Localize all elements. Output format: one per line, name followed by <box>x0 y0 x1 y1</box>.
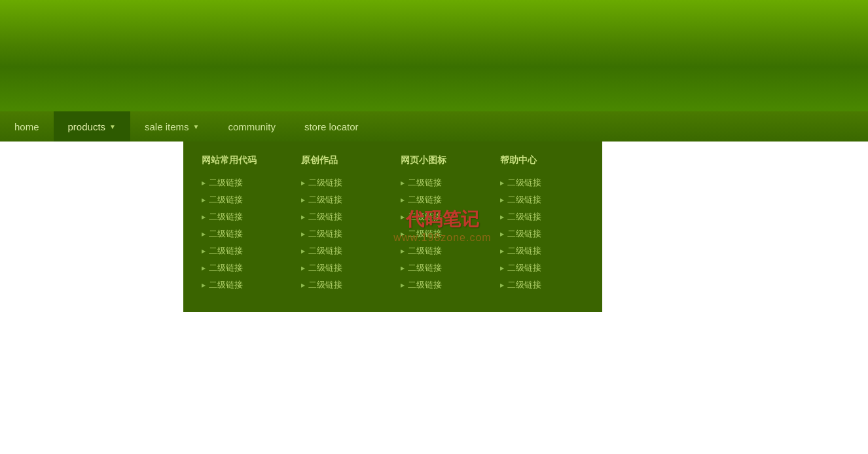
header-banner <box>0 0 868 111</box>
list-item[interactable]: 二级链接 <box>202 245 285 257</box>
nav-item-store-locator[interactable]: store locator <box>290 111 373 142</box>
nav-item-home[interactable]: home <box>0 111 54 142</box>
list-item[interactable]: 二级链接 <box>500 211 584 223</box>
nav-label-products: products <box>68 121 106 132</box>
nav-label-sale-items: sale items <box>145 121 189 132</box>
nav-item-sale-items[interactable]: sale items ▼ <box>130 111 213 142</box>
nav-label-community: community <box>228 121 276 132</box>
list-item[interactable]: 二级链接 <box>301 194 385 206</box>
navbar: home products ▼ sale items ▼ community s… <box>0 111 868 142</box>
list-item[interactable]: 二级链接 <box>401 177 484 189</box>
list-item[interactable]: 二级链接 <box>401 279 484 291</box>
list-item[interactable]: 二级链接 <box>401 228 484 240</box>
mega-col-title-1: 网站常用代码 <box>202 155 285 168</box>
list-item[interactable]: 二级链接 <box>301 279 385 291</box>
mega-col-3: 网页小图标 二级链接 二级链接 二级链接 二级链接 二级链接 二级链接 二级链接… <box>393 155 492 296</box>
mega-col-title-4: 帮助中心 <box>500 155 584 168</box>
mega-col-1: 网站常用代码 二级链接 二级链接 二级链接 二级链接 二级链接 二级链接 二级链… <box>194 155 293 296</box>
mega-col-4: 帮助中心 二级链接 二级链接 二级链接 二级链接 二级链接 二级链接 二级链接 <box>492 155 592 296</box>
list-item[interactable]: 二级链接 <box>202 177 285 189</box>
list-item[interactable]: 二级链接 <box>500 228 584 240</box>
sale-items-arrow-icon: ▼ <box>193 123 200 130</box>
nav-label-home: home <box>14 121 39 132</box>
list-item[interactable]: 二级链接 <box>500 177 584 189</box>
list-item[interactable]: 二级链接 <box>202 279 285 291</box>
list-item[interactable]: 二级链接 <box>202 262 285 274</box>
nav-label-store-locator: store locator <box>304 121 359 132</box>
list-item[interactable]: 二级链接 <box>202 211 285 223</box>
list-item[interactable]: 二级链接 <box>500 279 584 291</box>
list-item[interactable]: 二级链接 <box>301 262 385 274</box>
mega-col-title-3: 网页小图标 <box>401 155 484 168</box>
products-arrow-icon: ▼ <box>109 123 116 130</box>
list-item[interactable]: 二级链接 <box>401 194 484 206</box>
nav-item-community[interactable]: community <box>213 111 290 142</box>
mega-menu: 网站常用代码 二级链接 二级链接 二级链接 二级链接 二级链接 二级链接 二级链… <box>183 142 602 312</box>
list-item[interactable]: 二级链接 <box>202 194 285 206</box>
list-item[interactable]: 二级链接 <box>301 211 385 223</box>
mega-col-2: 原创作品 二级链接 二级链接 二级链接 二级链接 二级链接 二级链接 二级链接 <box>293 155 393 296</box>
list-item[interactable]: 二级链接 <box>401 211 484 223</box>
list-item[interactable]: 二级链接 <box>301 177 385 189</box>
nav-item-products[interactable]: products ▼ <box>54 111 130 142</box>
list-item[interactable]: 二级链接 <box>202 228 285 240</box>
list-item[interactable]: 二级链接 <box>500 194 584 206</box>
mega-col-title-2: 原创作品 <box>301 155 385 168</box>
list-item[interactable]: 二级链接 <box>301 228 385 240</box>
list-item[interactable]: 二级链接 <box>401 245 484 257</box>
list-item[interactable]: 二级链接 <box>500 262 584 274</box>
list-item[interactable]: 二级链接 <box>500 245 584 257</box>
list-item[interactable]: 二级链接 <box>401 262 484 274</box>
list-item[interactable]: 二级链接 <box>301 245 385 257</box>
